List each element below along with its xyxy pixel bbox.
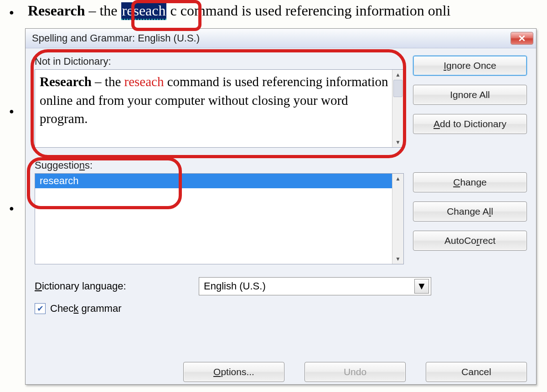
- language-value: English (U.S.): [204, 280, 266, 292]
- scroll-up-icon[interactable]: ▲: [392, 174, 403, 184]
- check-grammar-row: ✔ Check grammar: [35, 303, 527, 315]
- scroll-up-icon[interactable]: ▲: [392, 70, 403, 80]
- error-word: reseach: [124, 74, 164, 89]
- dictionary-language-label: Dictionary language:: [35, 280, 199, 292]
- undo-button[interactable]: Undo: [304, 362, 406, 382]
- doc-bold: Research: [28, 2, 85, 19]
- change-all-button[interactable]: Change All: [413, 201, 527, 222]
- options-button[interactable]: Options...: [183, 362, 284, 382]
- bottom-button-row: Options... Undo Cancel: [35, 362, 527, 382]
- close-icon: [519, 35, 525, 41]
- check-grammar-label: Check grammar: [50, 303, 121, 315]
- bullet-icon: ●: [9, 107, 14, 116]
- dropdown-arrow-icon[interactable]: ▼: [414, 279, 429, 294]
- bullet-icon: ●: [9, 204, 14, 213]
- dialog-body: Not in Dictionary: Research – the reseac…: [26, 48, 536, 392]
- change-button[interactable]: Change: [413, 172, 527, 192]
- doc-text: Research – the reseach c command is used…: [28, 2, 451, 19]
- scrollbar[interactable]: ▲ ▼: [392, 70, 403, 147]
- scroll-down-icon[interactable]: ▼: [392, 254, 403, 264]
- dialog-title: Spelling and Grammar: English (U.S.): [32, 32, 200, 44]
- suggestions-listbox[interactable]: research ▲ ▼: [35, 173, 404, 264]
- not-in-dictionary-label: Not in Dictionary:: [35, 56, 404, 67]
- bullet-icon: ●: [9, 8, 14, 17]
- scrollbar[interactable]: ▲ ▼: [392, 174, 403, 264]
- scroll-down-icon[interactable]: ▼: [392, 137, 403, 147]
- sentence-bold: Research: [40, 74, 92, 89]
- titlebar[interactable]: Spelling and Grammar: English (U.S.): [26, 29, 536, 48]
- language-select[interactable]: English (U.S.) ▼: [199, 277, 431, 295]
- suggestions-label: Suggestions:: [35, 160, 404, 171]
- check-grammar-checkbox[interactable]: ✔: [35, 303, 46, 314]
- ignore-all-button[interactable]: Ignore All: [413, 85, 527, 105]
- suggestion-item[interactable]: research: [35, 174, 403, 188]
- cancel-button[interactable]: Cancel: [426, 362, 527, 382]
- add-to-dictionary-button[interactable]: Add to Dictionary: [413, 114, 527, 134]
- not-in-dictionary-box[interactable]: Research – the reseach command is used r…: [35, 69, 404, 148]
- misspelled-highlight: reseach: [121, 2, 167, 20]
- ignore-once-button[interactable]: Ignore Once: [413, 56, 527, 76]
- scroll-thumb[interactable]: [393, 80, 403, 97]
- autocorrect-button[interactable]: AutoCorrect: [413, 231, 527, 251]
- spelling-grammar-dialog: Spelling and Grammar: English (U.S.) Not…: [25, 28, 537, 385]
- doc-bullet-line: ● Research – the reseach c command is us…: [5, 2, 547, 19]
- close-button[interactable]: [511, 32, 533, 45]
- language-row: Dictionary language: English (U.S.) ▼: [35, 277, 527, 295]
